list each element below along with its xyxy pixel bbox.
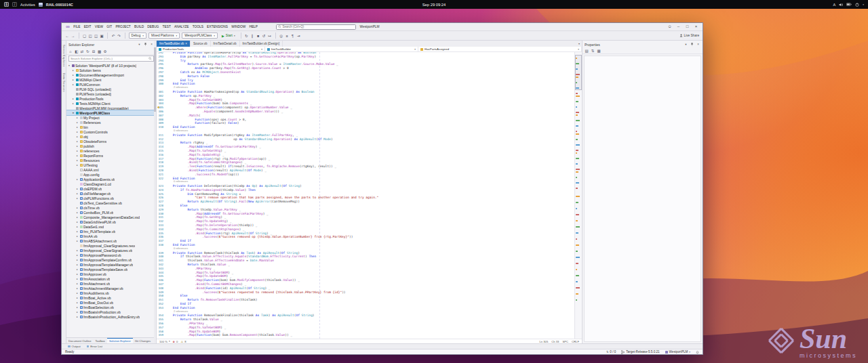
sync-with-active-document-icon[interactable]: ⇄ (80, 48, 84, 55)
tree-item[interactable]: ▸ObsoleteForms (66, 139, 156, 144)
git-sync-button[interactable]: ⇅0 / 0 (606, 350, 616, 354)
tree-item[interactable]: ▸My Project (66, 115, 156, 120)
tree-item[interactable]: ▸Solution Items (66, 68, 156, 72)
pin-icon[interactable] (143, 43, 148, 46)
save-icon[interactable]: ◫ (94, 33, 98, 39)
platform-dropdown[interactable]: Mixed Platforms▾ (149, 33, 180, 39)
tree-item[interactable]: ▸frmBoatsInProduction.vb (66, 309, 156, 314)
undo-icon[interactable]: ↶ (111, 33, 115, 39)
show-next-statement-icon[interactable]: ↦ (268, 33, 272, 39)
configuration-dropdown[interactable]: Debug▾ (129, 33, 146, 39)
tree-item[interactable]: ▸frmApprover.vb (66, 272, 156, 276)
tree-item[interactable]: ▸frmBoat_DocOut.vb (66, 300, 156, 305)
minimize-button[interactable]: – (674, 23, 683, 30)
keyboard-layout-indicator[interactable]: A (833, 3, 836, 7)
back-icon[interactable]: ← (65, 33, 69, 39)
tree-item[interactable]: ▸frmBoat_Active.vb (66, 295, 156, 300)
outline-icon[interactable]: ≡ (285, 33, 289, 39)
new-file-icon[interactable]: ▢ (83, 33, 87, 39)
tree-item[interactable]: PLM-SQL (unloaded) (66, 87, 156, 91)
tree-item[interactable]: ▾WestportPLMClass (66, 110, 156, 115)
switch-views-icon[interactable]: ◧ (75, 48, 79, 55)
comment-icon[interactable]: ¶ (291, 33, 295, 39)
pin-icon[interactable] (690, 43, 694, 46)
menu-project[interactable]: PROJECT (114, 25, 133, 28)
project-dropdown[interactable]: ProductionTools▾ (157, 47, 265, 51)
menu-tools[interactable]: TOOLS (191, 25, 205, 28)
tree-item[interactable]: ▸frmApprovalTemplateSave.vb (66, 267, 156, 272)
scrollbar-thumb[interactable] (154, 47, 156, 112)
menu-help[interactable]: HELP (248, 25, 260, 28)
tree-item[interactable]: ▸Tests.M2MApi.Client (66, 101, 156, 106)
tree-item[interactable]: ▸CustomControls (66, 129, 156, 134)
tree-item[interactable]: ▸frmBoatsInProduction_AdhocEntry.vb (66, 314, 156, 319)
tree-item[interactable]: ▸clsPLMFunctions.vb (66, 196, 156, 200)
quick-search-box[interactable]: Search (Ctrl+Q) (276, 24, 356, 30)
tree-item[interactable]: ▸references (66, 148, 156, 153)
panel-tab-document-outline[interactable]: Document Outline (66, 338, 94, 343)
menu-edit[interactable]: EDIT (82, 25, 93, 28)
close-icon[interactable]: × (696, 41, 701, 48)
power-icon[interactable] (855, 3, 859, 7)
tree-item[interactable]: AAAA.xml (66, 167, 156, 172)
line-indicator[interactable]: Ln 305 (539, 340, 548, 343)
menu-analyze[interactable]: ANALYZE (172, 25, 191, 28)
tree-item[interactable]: ▸M2MApi.Client (66, 77, 156, 82)
minimap-viewport[interactable] (575, 55, 582, 90)
menu-debug[interactable]: DEBUG (146, 25, 161, 28)
menu-view[interactable]: VIEW (93, 25, 104, 28)
open-file-icon[interactable]: ◰ (88, 33, 92, 39)
tree-item[interactable]: ▸PLMCommon (66, 82, 156, 87)
tree-item[interactable]: ▸Resources (66, 158, 156, 163)
save-all-icon[interactable]: ▣ (100, 33, 104, 39)
minimap[interactable] (574, 52, 582, 339)
properties-icon[interactable]: ⚙ (103, 48, 107, 55)
solution-explorer-scrollbar[interactable] (154, 41, 156, 343)
autohide-tab-error-list[interactable]: Error List (87, 345, 102, 348)
tree-item[interactable]: ▸obj (66, 134, 156, 139)
code-editor[interactable]: 292 Private Function OperationHasParts(o… (157, 52, 582, 339)
tree-item[interactable]: ▸UITesting (66, 163, 156, 167)
workspace-indicator-1[interactable]: 1 (4, 2, 9, 7)
clock[interactable]: Sep 29 09:24 (422, 3, 446, 7)
alphabetical-icon[interactable]: ⇅ (591, 47, 595, 54)
maximize-button[interactable]: □ (683, 23, 692, 30)
tree-item[interactable]: ClassDiagram1.cd (66, 182, 156, 186)
tree-item[interactable]: ▸frmApprovalTemplateConfirm.vb (66, 257, 156, 262)
error-count[interactable]: ⊗0 (173, 340, 178, 343)
tree-item[interactable]: clsTest_CaseSensitive.vb (66, 200, 156, 205)
tree-item[interactable]: ▸ApplicationEvents.vb (66, 177, 156, 182)
tree-item[interactable]: ▸frmApprovalPassword.vb (66, 253, 156, 257)
tree-item[interactable]: ▸frmAttachmentManager.vb (66, 286, 156, 291)
indent-icon[interactable]: ⇥ (296, 33, 300, 39)
tree-item[interactable]: ▸Composite_ManagementDataSet.xsd (66, 215, 156, 219)
tree-item[interactable]: ▸bin (66, 125, 156, 129)
column-indicator[interactable]: Ch 33 (551, 340, 559, 343)
tree-item[interactable]: ▸frmApprovalTemplateManager.vb (66, 262, 156, 267)
code-line[interactable]: 359 .Map(Function(bom) bom.RemoveCompone… (157, 333, 574, 337)
notifications-bell-icon[interactable] (696, 350, 699, 354)
start-debugging-button[interactable]: ▶Start▾ (220, 34, 237, 38)
tree-item[interactable]: ▸DocumentManagementImport (66, 72, 156, 77)
chevron-down-icon[interactable]: ▾ (684, 41, 688, 48)
menu-git[interactable]: GIT (105, 25, 114, 28)
autohide-tab-output[interactable]: Output (68, 345, 81, 348)
chevron-down-icon[interactable]: ▾ (863, 3, 864, 6)
show-all-files-icon[interactable]: ▩ (98, 48, 102, 55)
tree-item[interactable]: ▸ComboBox_PLM.vb (66, 210, 156, 215)
menu-build[interactable]: BUILD (132, 25, 145, 28)
redo-icon[interactable]: ↷ (117, 33, 121, 39)
tree-item[interactable]: ▸DataSet1.xsd (66, 224, 156, 229)
solution-search-input[interactable]: Search Solution Explorer (Ctrl+;) (68, 56, 154, 62)
tree-item[interactable]: ▸References (66, 120, 156, 125)
properties-grid[interactable] (584, 56, 701, 342)
workspace-indicator-2[interactable]: 2 (12, 2, 17, 7)
panel-tab-git-changes[interactable]: Git Changes (133, 338, 153, 343)
menu-extensions[interactable]: EXTENSIONS (205, 25, 229, 28)
tree-item[interactable]: ▸frmAA.vb (66, 234, 156, 238)
document-tab[interactable]: frmTaskDetail.vb (211, 41, 240, 47)
tree-item[interactable]: WestportPLM.MM (incompatible) (66, 106, 156, 110)
tree-item[interactable]: ▾Solution 'WestportPLM' (8 of 10 project… (66, 63, 156, 68)
break-all-icon[interactable]: ∥ (250, 33, 254, 39)
stop-icon[interactable]: ■ (256, 33, 260, 39)
